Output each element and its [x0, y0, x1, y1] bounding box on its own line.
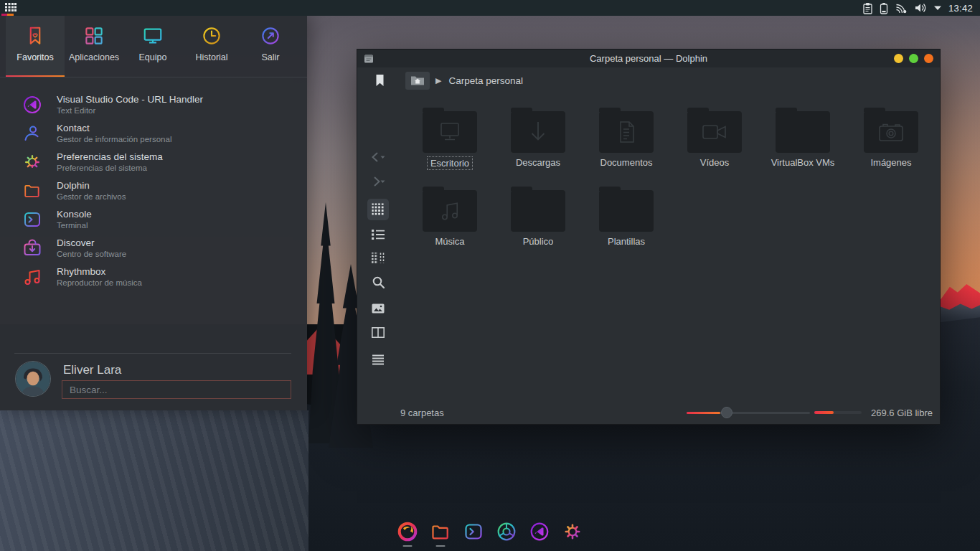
tab-label: Historial [195, 52, 227, 62]
home-button[interactable] [405, 72, 430, 90]
network-icon[interactable] [895, 2, 908, 14]
folder-videos[interactable]: Vídeos [674, 108, 755, 169]
search-button[interactable] [367, 271, 389, 293]
launcher-tabs: Favoritos Aplicaciones [6, 16, 300, 77]
gear-icon [22, 151, 43, 173]
folder-icon [423, 111, 477, 153]
app-name: Konsole [57, 209, 92, 220]
breadcrumb[interactable]: Carpeta personal [448, 75, 523, 86]
tab-salir[interactable]: Salir [241, 16, 300, 77]
app-launcher-button[interactable] [0, 0, 22, 16]
wallpaper-rock-face [0, 410, 308, 551]
app-item-preferencias[interactable]: Preferencias del sistema Preferencias de… [0, 148, 307, 176]
folder-icon [423, 190, 477, 232]
preview-button[interactable] [367, 298, 389, 319]
folder-virtualbox-vms[interactable]: VirtualBox VMs [763, 108, 843, 169]
view-sidebar [357, 93, 399, 401]
statusbar: 9 carpetas 269.6 GiB libre [357, 401, 940, 424]
dock-firefox[interactable] [397, 521, 418, 547]
music-note-icon [22, 266, 43, 288]
titlebar[interactable]: Carpeta personal — Dolphin [357, 50, 940, 67]
tab-historial[interactable]: Historial [182, 16, 241, 77]
folder-publico[interactable]: Público [498, 187, 578, 248]
slider-thumb[interactable] [721, 407, 732, 418]
favorites-list: Visual Studio Code - URL Handler Text Ed… [0, 90, 307, 291]
system-tray: 13:42 [862, 2, 980, 14]
menu-button[interactable] [367, 349, 389, 370]
chromium-icon [496, 521, 517, 542]
avatar-photo [16, 362, 50, 396]
clipboard-icon[interactable] [862, 2, 873, 14]
split-view-button[interactable] [367, 321, 389, 343]
tabs-divider [0, 77, 307, 77]
user-avatar[interactable] [16, 362, 50, 396]
tab-label: Aplicaciones [69, 52, 119, 62]
dock-dolphin[interactable] [430, 521, 451, 547]
caret-down-icon[interactable] [933, 5, 942, 11]
terminal-icon [22, 209, 43, 230]
folder-icon [430, 521, 451, 542]
close-button[interactable] [924, 54, 933, 63]
view-grid-button[interactable] [367, 199, 389, 220]
minimize-button[interactable] [894, 54, 903, 63]
slider-fill [687, 412, 720, 414]
desktop: 13:42 Favoritos [0, 0, 980, 551]
tab-favoritos[interactable]: Favoritos [6, 16, 65, 77]
folder-descargas[interactable]: Descargas [498, 108, 578, 169]
folder-icon [599, 111, 654, 153]
tab-equipo[interactable]: Equipo [123, 16, 182, 77]
firefox-icon [397, 521, 418, 542]
folder-label: Descargas [513, 156, 563, 169]
folder-musica[interactable]: Música [410, 187, 490, 248]
vscode-icon [529, 521, 550, 542]
user-name: Eliver Lara [63, 363, 121, 377]
folder-icon [511, 111, 565, 153]
dock-chromium[interactable] [496, 521, 517, 547]
application-launcher-menu: Favoritos Aplicaciones [0, 16, 307, 410]
folder-icon [22, 180, 43, 202]
folder-icon [599, 190, 654, 232]
app-grid-icon [5, 3, 17, 13]
app-item-discover[interactable]: Discover Centro de software [0, 234, 307, 263]
launcher-accent-underline [1, 14, 14, 16]
folder-imagenes[interactable]: Imágenes [851, 108, 931, 169]
back-button[interactable] [367, 146, 389, 168]
window-title: Carpeta personal — Dolphin [357, 53, 940, 64]
view-list-button[interactable] [367, 224, 389, 245]
app-name: Discover [57, 237, 126, 249]
folder-icon [776, 111, 830, 153]
clock-icon [201, 25, 222, 47]
volume-icon[interactable] [914, 2, 927, 14]
zoom-slider[interactable] [687, 407, 810, 418]
folder-plantillas[interactable]: Plantillas [586, 187, 666, 248]
app-item-konsole[interactable]: Konsole Terminal [0, 205, 307, 234]
folder-label: Vídeos [697, 156, 732, 169]
home-folder-icon [410, 75, 425, 86]
app-item-kontact[interactable]: Kontact Gestor de información personal [0, 119, 307, 148]
dock-vscode[interactable] [529, 521, 550, 547]
folder-label: Público [520, 235, 557, 248]
toolbar: ▶ Carpeta personal [357, 67, 940, 93]
battery-icon[interactable] [880, 2, 888, 14]
top-panel: 13:42 [0, 0, 980, 16]
forward-button[interactable] [367, 171, 389, 192]
maximize-button[interactable] [909, 54, 918, 63]
search-input[interactable] [62, 380, 291, 399]
app-name: Kontact [57, 123, 171, 134]
app-item-vscode[interactable]: Visual Studio Code - URL Handler Text Ed… [0, 90, 307, 119]
bookmark-icon[interactable] [375, 74, 385, 87]
folder-escritorio[interactable]: Escritorio [410, 108, 490, 170]
folder-documentos[interactable]: Documentos [586, 108, 666, 169]
window-app-icon [364, 54, 374, 64]
dock-konsole[interactable] [463, 521, 484, 547]
dock-settings[interactable] [562, 521, 583, 547]
app-item-rhythmbox[interactable]: Rhythmbox Reproductor de música [0, 263, 307, 291]
folder-label: Escritorio [427, 156, 473, 170]
app-item-dolphin[interactable]: Dolphin Gestor de archivos [0, 176, 307, 205]
tab-label: Favoritos [17, 52, 53, 62]
tab-aplicaciones[interactable]: Aplicaciones [65, 16, 123, 77]
clock[interactable]: 13:42 [948, 3, 973, 14]
app-grid-icon [83, 25, 105, 47]
folder-label: Imágenes [867, 156, 914, 169]
view-details-button[interactable] [367, 247, 389, 268]
